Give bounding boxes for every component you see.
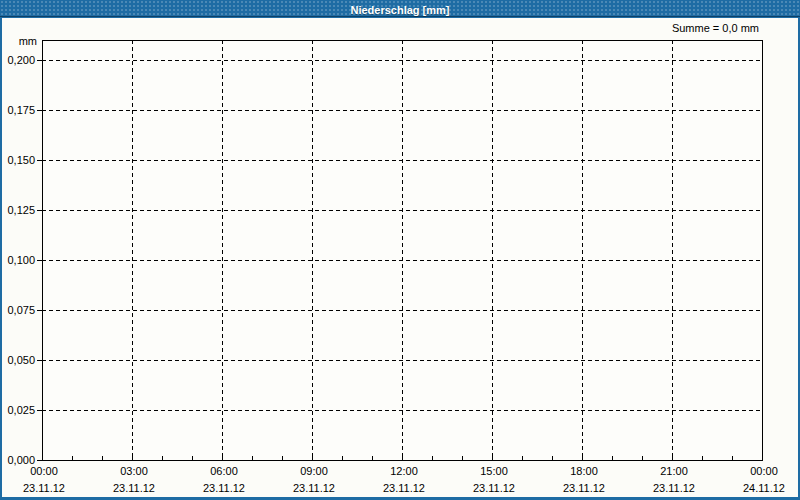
x-tick-date-label: 23.11.12 bbox=[383, 482, 425, 494]
x-tick-time-label: 12:00 bbox=[390, 465, 418, 477]
x-tick-time-label: 15:00 bbox=[480, 465, 508, 477]
x-tick-time-label: 21:00 bbox=[660, 465, 688, 477]
x-tick-time-label: 06:00 bbox=[210, 465, 238, 477]
chart-content: mm Summe = 0,0 mm 0,0000,0250,0500,0750,… bbox=[2, 18, 798, 497]
x-tick-date-label: 23.11.12 bbox=[473, 482, 515, 494]
x-tick-date-label: 23.11.12 bbox=[23, 482, 65, 494]
x-tick-date-label: 24.11.12 bbox=[743, 482, 785, 494]
precipitation-chart-plot: 0,0000,0250,0500,0750,1000,1250,1500,175… bbox=[2, 18, 798, 497]
y-tick-label: 0,175 bbox=[7, 104, 35, 116]
x-tick-date-label: 23.11.12 bbox=[653, 482, 695, 494]
y-tick-label: 0,075 bbox=[7, 304, 35, 316]
y-tick-label: 0,150 bbox=[7, 154, 35, 166]
chart-title: Niederschlag [mm] bbox=[350, 2, 449, 18]
x-tick-date-label: 23.11.12 bbox=[563, 482, 605, 494]
x-tick-date-label: 23.11.12 bbox=[203, 482, 245, 494]
y-tick-label: 0,200 bbox=[7, 54, 35, 66]
x-tick-date-label: 23.11.12 bbox=[293, 482, 335, 494]
x-tick-date-label: 23.11.12 bbox=[113, 482, 155, 494]
x-tick-time-label: 09:00 bbox=[300, 465, 328, 477]
y-tick-label: 0,050 bbox=[7, 354, 35, 366]
x-tick-time-label: 18:00 bbox=[570, 465, 598, 477]
y-tick-label: 0,025 bbox=[7, 404, 35, 416]
chart-window: Niederschlag [mm] mm Summe = 0,0 mm 0,00… bbox=[0, 0, 800, 500]
x-tick-time-label: 03:00 bbox=[120, 465, 148, 477]
y-tick-label: 0,100 bbox=[7, 254, 35, 266]
titlebar[interactable]: Niederschlag [mm] bbox=[0, 0, 800, 17]
x-tick-time-label: 00:00 bbox=[30, 465, 58, 477]
y-tick-label: 0,125 bbox=[7, 204, 35, 216]
x-tick-time-label: 00:00 bbox=[750, 465, 778, 477]
